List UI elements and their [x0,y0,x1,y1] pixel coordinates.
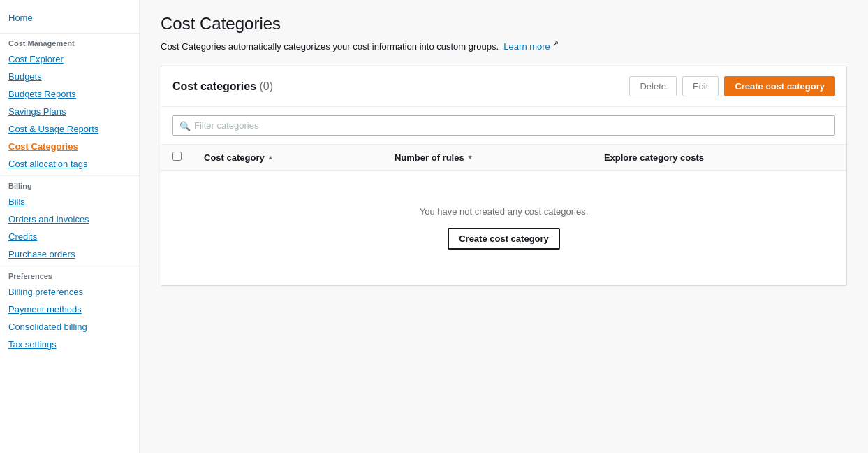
sidebar-section-label: Preferences [0,266,139,283]
empty-state: You have not created any cost categories… [172,178,835,278]
th-checkbox [161,145,193,171]
learn-more-link[interactable]: Learn more [503,41,550,52]
table-wrapper: Cost category ▲ Number of rules ▼ Explor… [161,145,846,285]
panel-actions: Delete Edit Create cost category [629,76,835,96]
sidebar-item-cost-categories[interactable]: Cost Categories [0,138,139,155]
search-icon: 🔍 [179,120,191,131]
sidebar-item-payment-methods[interactable]: Payment methods [0,301,139,318]
sidebar: Home Cost ManagementCost ExplorerBudgets… [0,0,140,453]
sidebar-item-orders-invoices[interactable]: Orders and invoices [0,210,139,228]
page-title: Cost Categories [161,14,847,34]
sidebar-item-tax-settings[interactable]: Tax settings [0,336,139,353]
th-number-of-rules[interactable]: Number of rules ▼ [383,145,593,171]
empty-state-text: You have not created any cost categories… [184,206,824,217]
panel-count: (0) [260,80,274,92]
select-all-checkbox[interactable] [172,152,182,161]
sidebar-item-savings-plans[interactable]: Savings Plans [0,103,139,120]
empty-state-cell: You have not created any cost categories… [161,171,846,285]
cost-categories-panel: Cost categories (0) Delete Edit Create c… [161,66,847,286]
external-link-icon: ↗ [552,39,559,48]
cost-categories-table: Cost category ▲ Number of rules ▼ Explor… [161,145,846,285]
panel-title: Cost categories (0) [172,80,273,93]
edit-button[interactable]: Edit [682,76,719,96]
sidebar-item-credits[interactable]: Credits [0,228,139,245]
create-cost-category-button[interactable]: Create cost category [724,76,835,96]
th-cost-category[interactable]: Cost category ▲ [193,145,383,171]
sidebar-item-billing-preferences[interactable]: Billing preferences [0,283,139,301]
page-description: Cost Categories automatically categorize… [161,39,847,52]
sidebar-home-link[interactable]: Home [0,8,139,30]
empty-state-row: You have not created any cost categories… [161,171,846,285]
sidebar-item-cost-explorer[interactable]: Cost Explorer [0,50,139,68]
sidebar-item-budgets-reports[interactable]: Budgets Reports [0,85,139,103]
sort-desc-icon: ▼ [467,154,473,161]
sidebar-item-cost-usage-reports[interactable]: Cost & Usage Reports [0,120,139,138]
table-body: You have not created any cost categories… [161,171,846,285]
sidebar-item-purchase-orders[interactable]: Purchase orders [0,245,139,263]
delete-button[interactable]: Delete [629,76,677,96]
filter-input[interactable] [172,115,835,136]
sort-asc-icon: ▲ [267,154,274,161]
main-content: Cost Categories Cost Categories automati… [140,0,868,453]
sidebar-item-bills[interactable]: Bills [0,193,139,210]
th-explore-category-costs: Explore category costs [593,145,846,171]
sidebar-item-cost-allocation-tags[interactable]: Cost allocation tags [0,155,139,173]
empty-create-cost-category-button[interactable]: Create cost category [448,228,560,250]
filter-input-wrapper: 🔍 [172,115,835,136]
sidebar-section-label: Billing [0,175,139,193]
sidebar-section-label: Cost Management [0,33,139,50]
sidebar-item-budgets[interactable]: Budgets [0,68,139,85]
filter-bar: 🔍 [161,107,846,145]
sidebar-item-consolidated-billing[interactable]: Consolidated billing [0,318,139,336]
table-header: Cost category ▲ Number of rules ▼ Explor… [161,145,846,171]
panel-header: Cost categories (0) Delete Edit Create c… [161,66,846,107]
